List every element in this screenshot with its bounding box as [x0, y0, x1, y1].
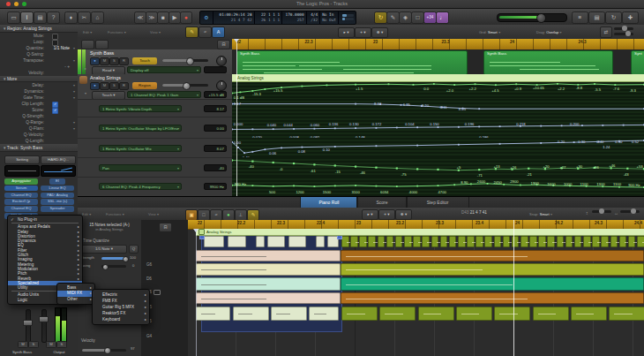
catch-playhead-icon[interactable]: □ [198, 209, 210, 221]
record-enable-button[interactable]: R [119, 82, 129, 90]
midi-note[interactable] [574, 236, 582, 247]
midi-note[interactable] [196, 292, 341, 304]
midi-note[interactable] [418, 307, 454, 321]
midi-monitor-icon[interactable]: ● [222, 209, 235, 221]
midi-note[interactable] [256, 236, 265, 247]
midi-note[interactable] [557, 236, 565, 247]
plugin-slot[interactable]: Channel EQ [4, 206, 38, 212]
midi-note[interactable] [404, 236, 412, 247]
automation-lane-header[interactable]: Pan▾-40 [78, 157, 232, 178]
lane-param-select[interactable]: 1 Retro Synth: Oscillator Mix▾ [99, 145, 182, 152]
tab-step-editor[interactable]: Step Editor [406, 197, 469, 208]
mute-button[interactable]: M [100, 57, 109, 65]
midi-note[interactable] [484, 236, 492, 247]
smart-controls-icon[interactable]: ♦ [64, 11, 78, 24]
eq-thumbnail[interactable] [41, 165, 76, 177]
zoom-tool[interactable]: ⊕ ▾ [395, 209, 412, 220]
plugin-slot[interactable]: Linear EQ [41, 186, 74, 192]
eq-thumbnail[interactable] [4, 165, 40, 177]
selection-handle[interactable] [199, 236, 205, 239]
input-monitor-button[interactable]: ● [90, 82, 100, 90]
track-list-button[interactable] [95, 40, 109, 49]
mute-button[interactable]: M [100, 82, 109, 90]
pencil-button[interactable]: ✎ [386, 11, 400, 24]
collapse-button[interactable]: ⊟ [217, 40, 230, 49]
pointer-tool[interactable]: ▸ ▾ [362, 209, 378, 220]
quick-help-icon[interactable]: ? [47, 11, 60, 24]
midi-note[interactable] [609, 307, 644, 321]
midi-note[interactable] [267, 236, 285, 247]
tracks-area[interactable]: 2222.32323.32424.3 Synth BassSynth BassS… [232, 39, 644, 196]
midi-note[interactable] [467, 236, 475, 247]
plugin-slot[interactable]: Spreader [41, 206, 74, 212]
inspector-row[interactable]: Loop: [0, 39, 78, 45]
midi-note[interactable] [440, 236, 448, 247]
midi-note[interactable] [456, 307, 492, 321]
volume-slider[interactable] [162, 84, 208, 87]
automation-mode-select[interactable]: Touch ▾ [92, 91, 125, 100]
playhead[interactable] [196, 229, 197, 356]
output-fader[interactable] [41, 309, 47, 343]
midi-note[interactable] [341, 307, 378, 321]
region-header[interactable]: Analog Strings [232, 74, 644, 82]
region-inspector-header[interactable]: ▾ Region: Analog Strings [0, 25, 78, 33]
h-zoom-slider[interactable] [620, 210, 640, 213]
midi-note[interactable] [395, 236, 403, 247]
metronome-button[interactable]: ♩ [436, 11, 449, 24]
automation-param-select[interactable]: 1 Channel EQ: Peak 1 Gain▾ [127, 91, 201, 98]
mute-button[interactable]: M [18, 341, 28, 348]
media-browser-icon[interactable]: ✚ [622, 11, 639, 24]
inspector-row[interactable]: Mute: [0, 33, 78, 39]
midi-note[interactable] [341, 236, 349, 247]
record-button[interactable]: ● [180, 11, 192, 24]
midi-region[interactable]: Synth Bass [236, 50, 468, 75]
midi-in-icon[interactable]: ▣ [185, 209, 198, 221]
inspector-row[interactable]: Q-Velocity: [0, 132, 78, 138]
channel-eq-button[interactable]: HARD-EQ... [41, 155, 76, 164]
drag-select[interactable]: Drag: Overlap ▾ [536, 26, 562, 39]
midi-note[interactable] [422, 236, 430, 247]
midi-note[interactable] [413, 236, 421, 247]
pan-knob[interactable] [216, 80, 227, 91]
zoom-tool[interactable]: ⊕ ▾ [371, 27, 388, 38]
midi-note[interactable] [271, 307, 307, 321]
record-enable-button[interactable]: R [119, 57, 129, 65]
lane-param-select[interactable]: 1 Retro Synth: Oscillator Shape by LFO/E… [99, 125, 182, 132]
disclosure-icon[interactable]: ▸ [85, 66, 86, 71]
mute-button[interactable]: M [46, 341, 56, 348]
playhead-marker[interactable] [193, 229, 198, 232]
show-automation-icon[interactable]: A [212, 27, 225, 38]
plugin-slot[interactable]: Serum [4, 186, 38, 192]
channel-setting-button[interactable]: Setting [4, 155, 40, 164]
rewind-button[interactable]: ≪ [134, 11, 146, 24]
lane-param-select[interactable]: 6 Channel EQ: Peak 4 Frequency▾ [99, 183, 182, 190]
midi-note[interactable] [520, 236, 528, 247]
edit-menu[interactable]: Edit ▾ [82, 208, 91, 221]
input-monitor-button[interactable]: ● [90, 57, 100, 65]
menu-item[interactable]: Reaktor5 FX▸ [93, 310, 149, 316]
list-editors-icon[interactable]: ≡ [572, 11, 588, 24]
snap-select[interactable]: Snap: Smart ▾ [529, 208, 552, 221]
view-menu[interactable]: View ▾ [150, 26, 161, 39]
synth-bass-track-lane[interactable]: Synth BassSynth BassSynt [232, 49, 644, 75]
inspector-section-more[interactable]: ▾ More [0, 76, 78, 82]
midi-note[interactable] [592, 236, 600, 247]
midi-note[interactable] [431, 236, 439, 247]
inspector-row[interactable]: Dynamics:▾ [0, 88, 78, 95]
plugin-slot[interactable]: Arpeggiator [4, 178, 38, 185]
plugin-slot[interactable]: PAD: Analog [41, 193, 74, 199]
midi-note[interactable] [494, 236, 502, 247]
automation-lane[interactable]: 0.1 dB-15.3+15.5+1.50.0+2.0+2.2+4.5+0.9+… [232, 82, 644, 100]
swing-slider[interactable] [101, 265, 126, 268]
midi-note[interactable] [378, 236, 386, 247]
midi-note[interactable] [619, 236, 627, 247]
plugin-slot[interactable]: EI [49, 178, 65, 185]
automation-lane-header[interactable]: 6 Channel EQ: Peak 4 Frequency▾9900 Hz [78, 177, 232, 195]
pencil-tool[interactable]: + ▾ [355, 27, 371, 38]
inspector-row[interactable]: Q-Strength: [0, 113, 78, 119]
inspector-row[interactable]: Delay:▾ [0, 82, 78, 88]
midi-region[interactable]: Synth Bass [483, 50, 613, 75]
midi-note[interactable] [386, 236, 394, 247]
grid-select[interactable]: Grid: Smart ▾ [479, 26, 500, 39]
midi-note[interactable] [204, 236, 224, 247]
